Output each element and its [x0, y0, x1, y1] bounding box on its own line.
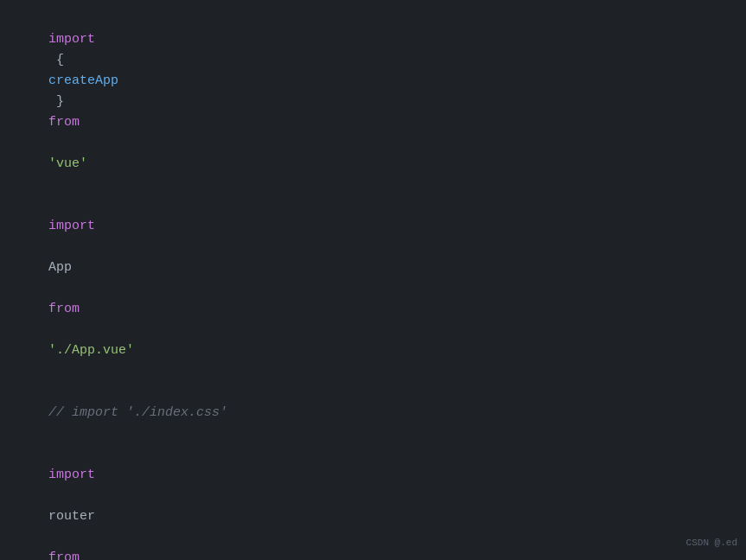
- code-line-1: import { createApp } from 'vue': [17, 9, 729, 195]
- watermark: CSDN @.ed: [686, 536, 737, 551]
- keyword-import: import: [48, 32, 95, 47]
- code-line-4: import router from './router': [17, 444, 729, 560]
- code-line-2: import App from './App.vue': [17, 195, 729, 382]
- code-line-3: // import './index.css': [17, 382, 729, 444]
- code-editor: import { createApp } from 'vue' import A…: [0, 0, 746, 560]
